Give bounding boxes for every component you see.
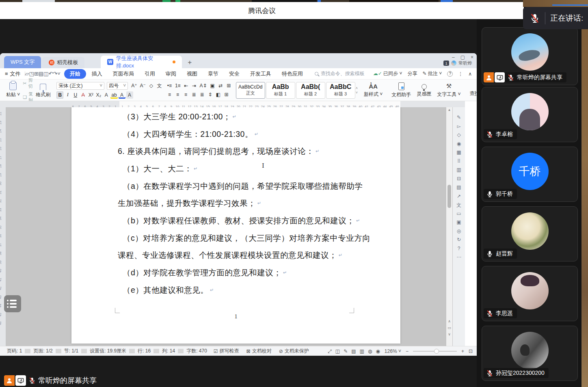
close-button[interactable]: × <box>471 54 473 60</box>
tab-docer-templates[interactable]: 稻 稻壳模板 <box>42 57 84 68</box>
fit-page-button[interactable]: ⊡ <box>469 348 473 354</box>
participant-tile[interactable]: 李卓榕 <box>482 87 578 142</box>
line-spacing-icon[interactable]: ⇕ <box>207 91 214 98</box>
share-arrow-icon[interactable]: ↗ <box>457 193 461 199</box>
redo-icon[interactable]: ↷ <box>53 71 57 77</box>
bullet-list-icon[interactable]: •≡ <box>166 82 173 89</box>
document-page[interactable]: （3）大三学生 20:00-21:00； （4）大四考研学生：21:00-21:… <box>71 107 400 344</box>
table-icon[interactable]: ▦ <box>456 149 461 155</box>
justify-icon[interactable]: ≣ <box>190 91 197 98</box>
maximize-button[interactable]: ▢ <box>460 54 465 60</box>
style-card-正文[interactable]: AaBbCcDd正文 <box>236 82 265 99</box>
char-scale-icon[interactable]: A⇕ <box>199 82 208 89</box>
notification-badge[interactable]: 1 <box>443 61 449 66</box>
zoom-level[interactable]: 126% ˅ <box>385 348 401 354</box>
distribute-icon[interactable]: ≣ <box>199 91 205 98</box>
align-right-icon[interactable]: ≡ <box>182 91 189 98</box>
participant-tile[interactable]: 赵晋辉 <box>482 206 578 262</box>
menu-tab-开发工具[interactable]: 开发工具 <box>245 69 276 79</box>
character-shading-button[interactable]: A <box>126 91 133 99</box>
zoom-slider[interactable] <box>413 351 457 352</box>
flowchart-icon[interactable]: ⊟ <box>457 176 461 182</box>
menu-tab-安全[interactable]: 安全 <box>224 69 244 79</box>
page-view-icon[interactable]: ▤ <box>351 348 356 354</box>
new-style-button[interactable]: A̓A 新样式 ˅ <box>361 80 385 101</box>
doc-proof-status[interactable]: ⊠文档校对 <box>243 348 275 355</box>
minimize-button[interactable]: – <box>452 54 455 60</box>
participant-tile[interactable]: 千桥 郭千桥 <box>482 147 578 202</box>
clear-format-icon[interactable]: ◇ <box>148 82 155 89</box>
sync-status-button[interactable]: ☁✓ 已同步 ˅ <box>373 70 402 77</box>
tab-wps-home[interactable]: WPS 文字 <box>4 56 41 68</box>
scrollbar-thumb[interactable] <box>447 185 451 208</box>
page-thumb-icon[interactable]: ▭ <box>447 326 451 330</box>
char-border-icon[interactable]: ▣ <box>209 82 216 89</box>
next-page-icon[interactable]: ∨ <box>448 332 451 336</box>
chart-icon[interactable]: ▥ <box>456 167 461 173</box>
save-icon[interactable]: ◳ <box>29 71 34 77</box>
style-scroll-up-icon[interactable]: ˄ <box>356 86 358 90</box>
fullscreen-icon[interactable]: ⤢ <box>328 348 332 354</box>
participant-tile[interactable]: 孙冠玺2022300200 <box>482 326 578 381</box>
shape-icon[interactable]: ◇ <box>457 132 460 138</box>
more-menu-button[interactable]: ⋮ <box>458 71 463 77</box>
inspiration-box-button[interactable]: 灵感匣 <box>414 80 434 101</box>
more-dots-icon[interactable]: ⋯ <box>456 254 461 260</box>
doc-protect-status[interactable]: ⊘文档未保护 <box>275 348 313 355</box>
swap-icon[interactable]: ⇄ <box>217 82 224 89</box>
collapse-ribbon-button[interactable]: ∧ <box>468 71 472 77</box>
new-tab-button[interactable]: + <box>188 58 192 68</box>
text-tool-button[interactable]: ⚒ 文字工具 ˅ <box>434 80 463 101</box>
split-view-icon[interactable]: ◫ <box>335 348 340 354</box>
history-icon[interactable]: ↻ <box>457 237 461 242</box>
web-view-icon[interactable]: ◍ <box>368 348 372 354</box>
menu-tab-开始[interactable]: 开始 <box>64 69 86 79</box>
phonetic-guide-button[interactable]: A <box>103 91 110 99</box>
compass-icon[interactable]: ◎ <box>457 228 461 234</box>
style-scroll-down-icon[interactable]: ˅ <box>356 91 358 95</box>
open-folder-icon[interactable]: ▱ <box>25 71 29 77</box>
eye-protect-icon[interactable]: ◉ <box>376 348 380 354</box>
translate-icon[interactable]: 文 <box>456 202 461 208</box>
highlight-color-button[interactable]: ab <box>110 91 117 99</box>
format-painter-button[interactable]: 格式刷 <box>33 80 53 101</box>
share-button[interactable]: 分享 <box>407 70 417 77</box>
undo-icon[interactable]: ↶ <box>48 71 53 77</box>
seal-icon[interactable]: ◉ <box>457 141 461 147</box>
outdent-icon[interactable]: ⇤ <box>183 82 190 89</box>
grow-font-icon[interactable]: A⁺ <box>130 82 138 89</box>
image-icon[interactable]: ▣ <box>456 219 461 225</box>
subscript-button[interactable]: X₂ <box>95 91 102 99</box>
bold-button[interactable]: B <box>56 91 63 99</box>
insert-table-icon[interactable]: ⊞ <box>225 82 232 89</box>
align-left-icon[interactable]: ≡ <box>166 91 173 98</box>
spell-check-status[interactable]: ☑拼写检查 <box>210 348 243 355</box>
shading-icon[interactable]: ◧ <box>215 91 222 98</box>
prev-page-icon[interactable]: ∧ <box>448 319 451 323</box>
align-center-icon[interactable]: ≡ <box>174 91 181 98</box>
indent-icon[interactable]: ⇥ <box>191 82 198 89</box>
account-cluster[interactable]: 1 常听烨 <box>443 60 472 66</box>
zoom-in-button[interactable]: + <box>461 348 464 354</box>
help-icon[interactable]: ? <box>458 246 460 251</box>
menu-tab-审阅[interactable]: 审阅 <box>161 69 181 79</box>
style-card-标题 3[interactable]: AaBbC标题 3 <box>326 82 355 99</box>
command-search[interactable]: 查找命令、搜索模板 <box>315 70 365 77</box>
vertical-scrollbar[interactable]: ▲ <box>446 107 452 346</box>
font-name-select[interactable]: 宋体 (正文)˅ <box>56 82 104 90</box>
navigation-pane-button[interactable] <box>4 295 21 312</box>
scroll-up-icon[interactable]: ▲ <box>448 108 451 112</box>
style-card-标题 2[interactable]: AaBb(标题 2 <box>296 82 325 99</box>
zoom-slider-handle[interactable] <box>434 349 439 354</box>
account-avatar[interactable] <box>451 61 456 66</box>
document-area[interactable]: 2223242526272829303132333435363738394041… <box>0 107 465 346</box>
export-pdf-icon[interactable]: ⊞ <box>34 71 39 77</box>
horizontal-ruler[interactable]: 87654321 1234567891011121314151617181920… <box>0 101 465 107</box>
text-effects-icon[interactable]: 文 <box>156 82 163 89</box>
font-size-select[interactable]: 四号˅ <box>107 82 128 90</box>
paste-button[interactable]: 粘贴 ˅ <box>3 80 23 101</box>
borders-icon[interactable]: ⊞ <box>223 91 230 98</box>
file-menu-button[interactable]: ≡ 文件 <box>5 70 21 78</box>
menu-tab-引用[interactable]: 引用 <box>140 69 160 79</box>
cut-button[interactable]: ✂ 剪切 <box>23 77 33 89</box>
